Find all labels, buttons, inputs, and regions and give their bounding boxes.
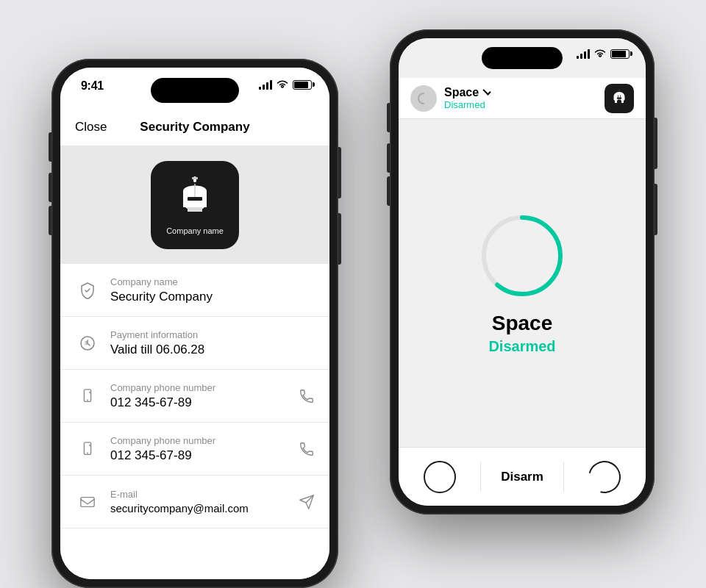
- svg-point-12: [87, 452, 88, 453]
- email-label: E-mail: [110, 489, 291, 500]
- sb2: [263, 85, 265, 90]
- phone1-value: 012 345-67-89: [110, 395, 291, 410]
- logo-section: Company name: [60, 146, 329, 264]
- signal-bar-1: [577, 56, 579, 59]
- payment-label: Payment information: [110, 329, 315, 340]
- disarm-label: Disarm: [501, 470, 543, 484]
- payment-content: Payment information Valid till 06.06.28: [110, 329, 315, 357]
- sb3: [266, 82, 268, 90]
- scene: Space Disarmed: [51, 29, 655, 559]
- company-name-value: Security Company: [110, 290, 315, 304]
- wifi-icon-right: [594, 49, 606, 58]
- logo-company-label: Company name: [166, 226, 224, 235]
- phone1-label: Company phone number: [110, 382, 291, 393]
- phone-right-screen: Space Disarmed: [399, 38, 646, 506]
- email-value: securitycompany@mail.com: [110, 502, 291, 514]
- info-item-phone2: Company phone number 012 345-67-89: [60, 423, 329, 476]
- close-button[interactable]: Close: [75, 120, 107, 135]
- phone2-label: Company phone number: [110, 435, 291, 446]
- email-icon: [75, 490, 100, 514]
- payment-icon: $: [75, 331, 100, 356]
- right-main-area: Space Disarmed: [399, 119, 646, 447]
- action-circle-full[interactable]: [399, 461, 480, 493]
- nav-bar: Close Security Company: [60, 108, 329, 146]
- status-time: 9:41: [81, 79, 104, 93]
- space-title[interactable]: Space: [444, 86, 605, 99]
- action-circle-partial[interactable]: [564, 461, 646, 493]
- right-phone-header: Space Disarmed: [399, 78, 646, 119]
- info-item-phone1: Company phone number 012 345-67-89: [60, 370, 329, 423]
- info-item-email: E-mail securitycompany@mail.com: [60, 476, 329, 528]
- dynamic-island-right: [482, 47, 563, 69]
- helmet-icon-small: [610, 90, 628, 107]
- status-state: Disarmed: [488, 338, 555, 355]
- swirl-icon: [416, 90, 432, 107]
- space-label: Space: [444, 86, 479, 99]
- payment-value: Valid till 06.06.28: [110, 343, 315, 357]
- battery-icon-right: [610, 49, 630, 59]
- partial-circle-icon: [582, 454, 627, 498]
- company-name-content: Company name Security Company: [110, 276, 315, 304]
- header-status: Disarmed: [444, 99, 605, 110]
- status-text-block: Space Disarmed: [488, 312, 555, 355]
- sb4: [270, 80, 272, 90]
- chevron-down-icon: [482, 87, 491, 95]
- svg-point-10: [87, 399, 88, 401]
- status-name: Space: [488, 312, 555, 335]
- info-item-payment: $ Payment information Valid till 06.06.2…: [60, 317, 329, 370]
- page-title: Security Company: [140, 120, 249, 135]
- helmet-icon-large: [171, 175, 218, 222]
- wifi-icon-left: [277, 80, 288, 89]
- signal-bar-2: [580, 54, 582, 59]
- svg-rect-13: [81, 497, 94, 506]
- svg-rect-4: [192, 177, 198, 179]
- svg-text:$: $: [85, 340, 88, 346]
- status-ring: [478, 212, 566, 300]
- company-logo-large: Company name: [151, 161, 239, 249]
- phone2-content: Company phone number 012 345-67-89: [110, 435, 291, 463]
- disarm-button[interactable]: Disarm: [481, 470, 563, 484]
- svg-rect-5: [188, 197, 202, 201]
- sb1: [259, 87, 261, 90]
- battery-icon-left: [293, 80, 312, 90]
- right-header-info: Space Disarmed: [444, 86, 605, 110]
- phone-left-screen: 9:41: [60, 68, 329, 579]
- phone-left: 9:41: [51, 59, 338, 588]
- status-icons-left: [259, 79, 312, 90]
- phone-right: Space Disarmed: [390, 29, 655, 514]
- email-content: E-mail securitycompany@mail.com: [110, 489, 291, 514]
- phone-device-icon-1: [75, 384, 100, 409]
- dynamic-island-left: [151, 78, 239, 103]
- phone-device-icon-2: [75, 437, 100, 462]
- svg-rect-0: [617, 97, 621, 98]
- signal-bar-4: [588, 49, 590, 59]
- right-bottom-bar: Disarm: [399, 447, 646, 506]
- call-button-2[interactable]: [299, 441, 315, 457]
- phone2-value: 012 345-67-89: [110, 448, 291, 463]
- signal-bars-left: [259, 79, 272, 90]
- signal-bar-3: [584, 51, 586, 59]
- spinning-ring-icon: [478, 212, 566, 300]
- company-name-label: Company name: [110, 276, 315, 287]
- signal-bars-right: [577, 49, 590, 59]
- shield-icon: [75, 278, 100, 303]
- phone1-content: Company phone number 012 345-67-89: [110, 382, 291, 410]
- send-email-button[interactable]: [299, 494, 315, 510]
- info-item-company-name: Company name Security Company: [60, 264, 329, 317]
- battery-fill-left: [294, 82, 308, 88]
- battery-fill-right: [612, 51, 626, 57]
- avatar: [410, 85, 437, 112]
- company-logo-small: [605, 84, 634, 113]
- call-button-1[interactable]: [299, 388, 315, 404]
- full-circle-icon: [424, 461, 456, 493]
- info-list: Company name Security Company $ Pa: [60, 264, 329, 579]
- status-icons-right: [577, 49, 630, 59]
